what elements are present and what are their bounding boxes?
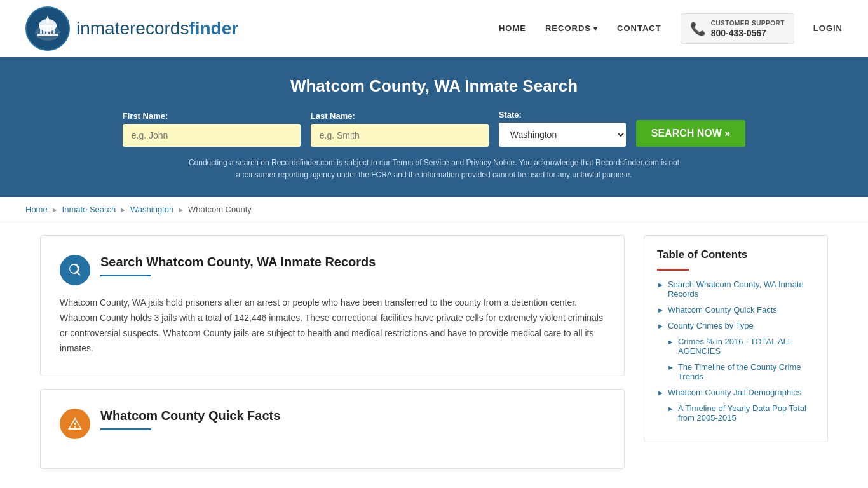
breadcrumb-home[interactable]: Home [25, 205, 48, 214]
toc-item[interactable]: ►Search Whatcom County, WA Inmate Record… [657, 280, 815, 299]
chevron-right-icon: ► [667, 338, 674, 346]
chevron-right-icon: ► [657, 306, 664, 314]
svg-rect-10 [46, 19, 49, 23]
first-name-input[interactable] [123, 124, 301, 147]
chevron-right-icon: ► [657, 322, 664, 330]
search-hero: Whatcom County, WA Inmate Search First N… [0, 57, 868, 197]
support-number: 800-433-0567 [711, 28, 785, 38]
search-form: First Name: Last Name: State: Washington… [25, 110, 843, 147]
toc-item[interactable]: ►A Timeline of Yearly Data Pop Total fro… [667, 403, 815, 423]
first-name-group: First Name: [123, 111, 301, 147]
chevron-right-icon: ► [657, 389, 664, 396]
quick-facts-header: Whatcom County Quick Facts [60, 409, 605, 439]
card-title-underline [100, 274, 151, 276]
toc-card: Table of Contents ►Search Whatcom County… [644, 235, 828, 442]
toc-title: Table of Contents [657, 248, 815, 261]
search-button[interactable]: SEARCH NOW » [636, 120, 745, 147]
toc-underline [657, 269, 689, 271]
quick-facts-title-area: Whatcom County Quick Facts [100, 409, 280, 430]
last-name-input[interactable] [311, 124, 489, 147]
support-label: CUSTOMER SUPPORT [711, 19, 785, 28]
state-label: State: [499, 110, 522, 119]
last-name-label: Last Name: [311, 111, 355, 121]
nav-records[interactable]: RECORDS [545, 24, 598, 33]
breadcrumb-sep-3: ► [177, 206, 184, 214]
quick-facts-card: Whatcom County Quick Facts [40, 389, 625, 469]
breadcrumb-current: Whatcom County [188, 205, 252, 214]
quick-facts-title: Whatcom County Quick Facts [100, 409, 280, 423]
nav-login[interactable]: LOGIN [813, 24, 843, 33]
magnifier-icon [67, 262, 83, 278]
nav-home[interactable]: HOME [499, 24, 526, 33]
main-content: Search Whatcom County, WA Inmate Records… [27, 235, 841, 481]
breadcrumb-inmate-search[interactable]: Inmate Search [62, 205, 116, 214]
svg-rect-9 [37, 34, 58, 36]
toc-item[interactable]: ►County Crimes by Type [657, 321, 815, 330]
right-column: Table of Contents ►Search Whatcom County… [644, 235, 828, 481]
svg-rect-4 [40, 27, 42, 34]
svg-rect-3 [39, 25, 57, 27]
quick-facts-underline [100, 428, 151, 430]
toc-item[interactable]: ►The Timeline of the County Crime Trends [667, 362, 815, 381]
logo-icon [25, 6, 70, 51]
logo-area: inmaterecordsfinder [25, 6, 238, 51]
svg-rect-5 [43, 27, 45, 34]
card-title: Search Whatcom County, WA Inmate Records [100, 255, 376, 269]
disclaimer-text: Conducting a search on Recordsfinder.com… [186, 157, 682, 181]
alert-icon [67, 416, 83, 431]
toc-item[interactable]: ►Whatcom County Jail Demographics [657, 388, 815, 397]
card-body: Whatcom County, WA jails hold prisoners … [60, 295, 605, 356]
state-select[interactable]: Washington [499, 123, 626, 147]
first-name-label: First Name: [123, 111, 168, 121]
support-info: CUSTOMER SUPPORT 800-433-0567 [711, 19, 785, 38]
svg-rect-6 [46, 27, 48, 34]
chevron-right-icon: ► [657, 281, 664, 288]
phone-icon: 📞 [690, 21, 706, 36]
toc-item[interactable]: ►Whatcom County Quick Facts [657, 305, 815, 315]
inmate-records-card: Search Whatcom County, WA Inmate Records… [40, 235, 625, 376]
breadcrumb-sep-2: ► [119, 206, 126, 214]
quick-facts-icon-circle [60, 409, 90, 439]
nav-contact[interactable]: CONTACT [617, 24, 661, 33]
customer-support-box[interactable]: 📞 CUSTOMER SUPPORT 800-433-0567 [681, 13, 794, 44]
state-group: State: Washington [499, 110, 626, 147]
toc-list: ►Search Whatcom County, WA Inmate Record… [657, 280, 815, 423]
last-name-group: Last Name: [311, 111, 489, 147]
search-circle-icon [60, 255, 90, 285]
breadcrumb: Home ► Inmate Search ► Washington ► What… [0, 197, 868, 222]
svg-rect-8 [53, 27, 55, 34]
main-nav: HOME RECORDS CONTACT 📞 CUSTOMER SUPPORT … [499, 13, 843, 44]
toc-item[interactable]: ►Crimes % in 2016 - TOTAL ALL AGENCIES [667, 337, 815, 356]
site-header: inmaterecordsfinder HOME RECORDS CONTACT… [0, 0, 868, 57]
logo-text: inmaterecordsfinder [76, 18, 238, 39]
breadcrumb-washington[interactable]: Washington [130, 205, 173, 214]
hero-title: Whatcom County, WA Inmate Search [25, 76, 843, 96]
svg-rect-7 [50, 27, 51, 34]
card-title-area: Search Whatcom County, WA Inmate Records [100, 255, 376, 276]
left-column: Search Whatcom County, WA Inmate Records… [40, 235, 644, 481]
chevron-right-icon: ► [667, 405, 674, 412]
chevron-right-icon: ► [667, 363, 674, 371]
card-header: Search Whatcom County, WA Inmate Records [60, 255, 605, 285]
breadcrumb-sep-1: ► [51, 206, 58, 214]
